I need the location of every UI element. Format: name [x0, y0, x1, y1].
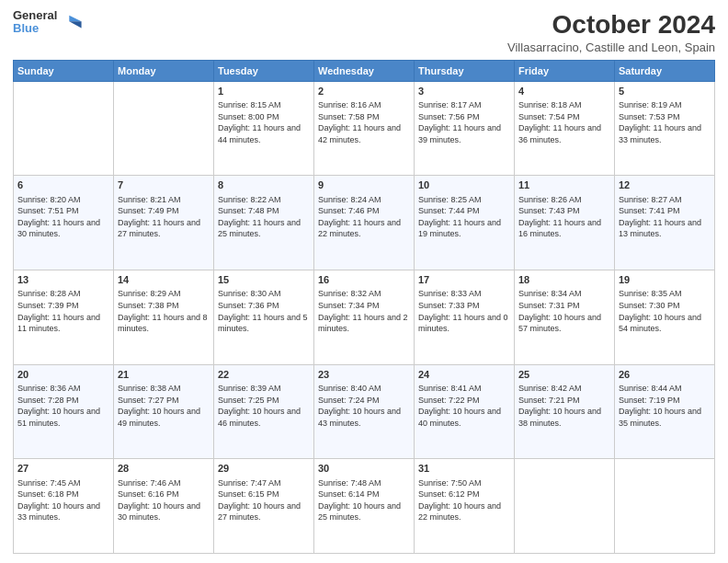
- calendar-cell: 25Sunrise: 8:42 AM Sunset: 7:21 PM Dayli…: [515, 364, 615, 459]
- day-info: Sunrise: 8:33 AM Sunset: 7:33 PM Dayligh…: [418, 288, 510, 334]
- day-number: 18: [518, 273, 610, 287]
- calendar-cell: 10Sunrise: 8:25 AM Sunset: 7:44 PM Dayli…: [415, 176, 515, 270]
- day-number: 7: [118, 178, 210, 192]
- svg-marker-0: [70, 16, 82, 22]
- day-header-monday: Monday: [114, 60, 214, 81]
- day-number: 13: [17, 273, 109, 287]
- calendar-cell: 22Sunrise: 8:39 AM Sunset: 7:25 PM Dayli…: [214, 364, 314, 459]
- day-number: 26: [619, 368, 711, 382]
- calendar-cell: 12Sunrise: 8:27 AM Sunset: 7:41 PM Dayli…: [615, 176, 715, 270]
- day-number: 4: [518, 85, 610, 98]
- day-info: Sunrise: 7:46 AM Sunset: 6:16 PM Dayligh…: [118, 477, 210, 523]
- day-number: 6: [17, 178, 109, 192]
- day-number: 16: [318, 273, 410, 287]
- calendar-table: SundayMondayTuesdayWednesdayThursdayFrid…: [13, 60, 715, 554]
- day-number: 3: [418, 85, 510, 98]
- day-number: 14: [118, 273, 210, 287]
- calendar-cell: 3Sunrise: 8:17 AM Sunset: 7:56 PM Daylig…: [415, 81, 515, 176]
- day-header-saturday: Saturday: [615, 60, 715, 81]
- calendar-cell: [615, 459, 715, 554]
- day-header-tuesday: Tuesday: [214, 60, 314, 81]
- calendar-cell: 11Sunrise: 8:26 AM Sunset: 7:43 PM Dayli…: [515, 176, 615, 270]
- day-number: 31: [418, 462, 510, 476]
- day-number: 22: [218, 368, 310, 382]
- calendar-cell: 9Sunrise: 8:24 AM Sunset: 7:46 PM Daylig…: [314, 176, 415, 270]
- logo-line1: General: [13, 9, 57, 22]
- day-info: Sunrise: 8:36 AM Sunset: 7:28 PM Dayligh…: [17, 383, 109, 429]
- day-info: Sunrise: 8:35 AM Sunset: 7:30 PM Dayligh…: [619, 288, 711, 334]
- calendar-cell: [114, 81, 214, 176]
- calendar-week-row: 27Sunrise: 7:45 AM Sunset: 6:18 PM Dayli…: [14, 459, 715, 554]
- calendar-cell: [515, 459, 615, 554]
- calendar-cell: 7Sunrise: 8:21 AM Sunset: 7:49 PM Daylig…: [114, 176, 214, 270]
- day-info: Sunrise: 8:39 AM Sunset: 7:25 PM Dayligh…: [218, 383, 310, 429]
- main-title: October 2024: [507, 9, 715, 40]
- day-info: Sunrise: 8:34 AM Sunset: 7:31 PM Dayligh…: [518, 288, 610, 334]
- day-number: 28: [118, 462, 210, 476]
- day-number: 10: [418, 178, 510, 192]
- day-number: 20: [17, 368, 109, 382]
- day-number: 1: [218, 85, 310, 98]
- calendar-week-row: 1Sunrise: 8:15 AM Sunset: 8:00 PM Daylig…: [14, 81, 715, 176]
- day-info: Sunrise: 8:17 AM Sunset: 7:56 PM Dayligh…: [418, 99, 510, 145]
- day-number: 25: [518, 368, 610, 382]
- day-info: Sunrise: 8:41 AM Sunset: 7:22 PM Dayligh…: [418, 383, 510, 429]
- logo-icon: [63, 12, 83, 32]
- day-info: Sunrise: 8:44 AM Sunset: 7:19 PM Dayligh…: [619, 383, 711, 429]
- calendar-cell: 31Sunrise: 7:50 AM Sunset: 6:12 PM Dayli…: [415, 459, 515, 554]
- day-number: 11: [518, 178, 610, 192]
- calendar-cell: 19Sunrise: 8:35 AM Sunset: 7:30 PM Dayli…: [615, 270, 715, 364]
- day-number: 9: [318, 178, 410, 192]
- calendar-cell: 15Sunrise: 8:30 AM Sunset: 7:36 PM Dayli…: [214, 270, 314, 364]
- day-info: Sunrise: 8:32 AM Sunset: 7:34 PM Dayligh…: [318, 288, 410, 334]
- day-header-friday: Friday: [515, 60, 615, 81]
- calendar-cell: 6Sunrise: 8:20 AM Sunset: 7:51 PM Daylig…: [14, 176, 114, 270]
- day-number: 21: [118, 368, 210, 382]
- calendar-week-row: 6Sunrise: 8:20 AM Sunset: 7:51 PM Daylig…: [14, 176, 715, 270]
- day-info: Sunrise: 8:19 AM Sunset: 7:53 PM Dayligh…: [619, 99, 711, 145]
- svg-marker-1: [70, 22, 82, 29]
- calendar-cell: 29Sunrise: 7:47 AM Sunset: 6:15 PM Dayli…: [214, 459, 314, 554]
- day-header-sunday: Sunday: [14, 60, 114, 81]
- day-number: 12: [619, 178, 711, 192]
- header: General Blue October 2024 Villasarracino…: [13, 9, 715, 54]
- day-header-wednesday: Wednesday: [314, 60, 415, 81]
- subtitle: Villasarracino, Castille and Leon, Spain: [507, 40, 715, 54]
- calendar-cell: 30Sunrise: 7:48 AM Sunset: 6:14 PM Dayli…: [314, 459, 415, 554]
- calendar-cell: 4Sunrise: 8:18 AM Sunset: 7:54 PM Daylig…: [515, 81, 615, 176]
- calendar-cell: 27Sunrise: 7:45 AM Sunset: 6:18 PM Dayli…: [14, 459, 114, 554]
- calendar-cell: [14, 81, 114, 176]
- calendar-cell: 20Sunrise: 8:36 AM Sunset: 7:28 PM Dayli…: [14, 364, 114, 459]
- calendar-cell: 17Sunrise: 8:33 AM Sunset: 7:33 PM Dayli…: [415, 270, 515, 364]
- title-block: October 2024 Villasarracino, Castille an…: [507, 9, 715, 54]
- day-info: Sunrise: 7:48 AM Sunset: 6:14 PM Dayligh…: [318, 477, 410, 523]
- calendar-cell: 21Sunrise: 8:38 AM Sunset: 7:27 PM Dayli…: [114, 364, 214, 459]
- logo: General Blue: [13, 9, 83, 36]
- day-info: Sunrise: 8:28 AM Sunset: 7:39 PM Dayligh…: [17, 288, 109, 334]
- calendar-cell: 5Sunrise: 8:19 AM Sunset: 7:53 PM Daylig…: [615, 81, 715, 176]
- calendar-cell: 26Sunrise: 8:44 AM Sunset: 7:19 PM Dayli…: [615, 364, 715, 459]
- day-number: 8: [218, 178, 310, 192]
- day-number: 17: [418, 273, 510, 287]
- day-info: Sunrise: 8:15 AM Sunset: 8:00 PM Dayligh…: [218, 99, 310, 145]
- calendar-cell: 24Sunrise: 8:41 AM Sunset: 7:22 PM Dayli…: [415, 364, 515, 459]
- calendar-cell: 16Sunrise: 8:32 AM Sunset: 7:34 PM Dayli…: [314, 270, 415, 364]
- calendar-week-row: 13Sunrise: 8:28 AM Sunset: 7:39 PM Dayli…: [14, 270, 715, 364]
- day-number: 2: [318, 85, 410, 98]
- day-info: Sunrise: 8:42 AM Sunset: 7:21 PM Dayligh…: [518, 383, 610, 429]
- day-info: Sunrise: 7:45 AM Sunset: 6:18 PM Dayligh…: [17, 477, 109, 523]
- day-number: 15: [218, 273, 310, 287]
- calendar-cell: 8Sunrise: 8:22 AM Sunset: 7:48 PM Daylig…: [214, 176, 314, 270]
- day-info: Sunrise: 8:22 AM Sunset: 7:48 PM Dayligh…: [218, 194, 310, 240]
- day-info: Sunrise: 7:50 AM Sunset: 6:12 PM Dayligh…: [418, 477, 510, 523]
- day-number: 5: [619, 85, 711, 98]
- day-info: Sunrise: 8:29 AM Sunset: 7:38 PM Dayligh…: [118, 288, 210, 334]
- calendar-cell: 1Sunrise: 8:15 AM Sunset: 8:00 PM Daylig…: [214, 81, 314, 176]
- day-info: Sunrise: 8:18 AM Sunset: 7:54 PM Dayligh…: [518, 99, 610, 145]
- day-info: Sunrise: 8:38 AM Sunset: 7:27 PM Dayligh…: [118, 383, 210, 429]
- day-info: Sunrise: 8:26 AM Sunset: 7:43 PM Dayligh…: [518, 194, 610, 240]
- day-info: Sunrise: 8:24 AM Sunset: 7:46 PM Dayligh…: [318, 194, 410, 240]
- calendar-cell: 18Sunrise: 8:34 AM Sunset: 7:31 PM Dayli…: [515, 270, 615, 364]
- day-info: Sunrise: 8:20 AM Sunset: 7:51 PM Dayligh…: [17, 194, 109, 240]
- day-info: Sunrise: 8:16 AM Sunset: 7:58 PM Dayligh…: [318, 99, 410, 145]
